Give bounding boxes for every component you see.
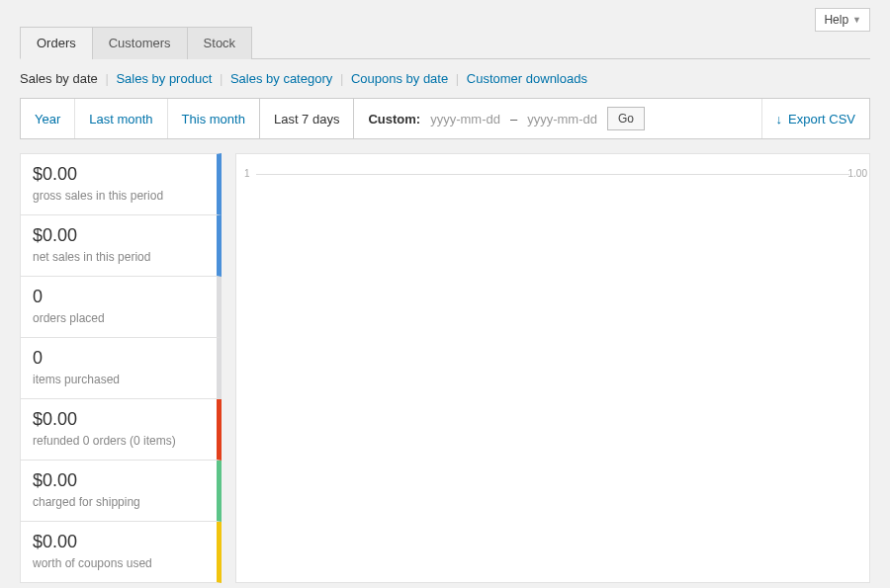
subnav-sales-by-product[interactable]: Sales by product <box>116 71 212 86</box>
stat-value: $0.00 <box>33 225 205 246</box>
stats-sidebar: $0.00 gross sales in this period $0.00 n… <box>20 153 222 583</box>
export-label: Export CSV <box>788 112 855 126</box>
separator: | <box>456 71 459 86</box>
date-from-input[interactable]: yyyy-mm-dd <box>430 112 500 126</box>
range-last-month[interactable]: Last month <box>75 99 167 138</box>
dash: – <box>510 112 517 126</box>
report-content: $0.00 gross sales in this period $0.00 n… <box>20 153 870 583</box>
stat-refunded[interactable]: $0.00 refunded 0 orders (0 items) <box>20 399 222 461</box>
custom-label: Custom: <box>368 112 420 126</box>
chart-area: 1 1.00 <box>235 153 870 583</box>
chart-gridline: 1 1.00 <box>256 174 849 175</box>
stat-coupons[interactable]: $0.00 worth of coupons used <box>20 522 222 583</box>
stat-value: $0.00 <box>33 470 205 491</box>
tab-stock[interactable]: Stock <box>187 27 253 59</box>
stat-desc: refunded 0 orders (0 items) <box>33 434 205 448</box>
tab-orders[interactable]: Orders <box>20 27 93 59</box>
tab-customers[interactable]: Customers <box>92 27 188 59</box>
stat-net-sales[interactable]: $0.00 net sales in this period <box>20 215 222 277</box>
range-this-month[interactable]: This month <box>168 99 260 138</box>
separator: | <box>220 71 222 86</box>
chevron-down-icon: ▼ <box>852 15 861 25</box>
stat-gross-sales[interactable]: $0.00 gross sales in this period <box>20 153 222 215</box>
subnav-customer-downloads[interactable]: Customer downloads <box>467 71 587 86</box>
stat-value: 0 <box>33 287 205 307</box>
separator: | <box>105 71 108 86</box>
stat-desc: orders placed <box>33 311 205 325</box>
report-subnav: Sales by date | Sales by product | Sales… <box>20 59 870 98</box>
help-label: Help <box>824 13 848 27</box>
range-last-7-days[interactable]: Last 7 days <box>260 99 355 138</box>
download-icon: ↓ <box>776 112 783 126</box>
stat-shipping[interactable]: $0.00 charged for shipping <box>20 461 222 522</box>
stat-desc: charged for shipping <box>33 495 205 509</box>
subnav-coupons-by-date[interactable]: Coupons by date <box>351 71 448 86</box>
stat-value: $0.00 <box>33 164 205 185</box>
stat-value: 0 <box>33 348 205 369</box>
subnav-sales-by-date[interactable]: Sales by date <box>20 71 98 86</box>
y-tick-right: 1.00 <box>848 168 867 179</box>
custom-range-group: Custom: yyyy-mm-dd – yyyy-mm-dd Go <box>354 99 659 138</box>
primary-tabs: Orders Customers Stock <box>20 26 870 59</box>
stat-value: $0.00 <box>33 409 205 430</box>
stat-value: $0.00 <box>33 532 205 552</box>
stat-desc: net sales in this period <box>33 250 205 264</box>
stat-desc: worth of coupons used <box>33 556 205 570</box>
help-button[interactable]: Help ▼ <box>815 8 870 32</box>
date-to-input[interactable]: yyyy-mm-dd <box>527 112 597 126</box>
y-tick-left: 1 <box>244 168 250 179</box>
stat-items-purchased[interactable]: 0 items purchased <box>20 338 222 399</box>
spacer <box>659 99 761 138</box>
separator: | <box>340 71 343 86</box>
stat-desc: items purchased <box>33 373 205 386</box>
subnav-sales-by-category[interactable]: Sales by category <box>230 71 332 86</box>
stat-orders-placed[interactable]: 0 orders placed <box>20 277 222 338</box>
range-year[interactable]: Year <box>21 99 75 138</box>
date-range-bar: Year Last month This month Last 7 days C… <box>20 98 870 139</box>
export-csv-button[interactable]: ↓ Export CSV <box>761 99 869 138</box>
stat-desc: gross sales in this period <box>33 189 205 203</box>
go-button[interactable]: Go <box>607 107 645 130</box>
